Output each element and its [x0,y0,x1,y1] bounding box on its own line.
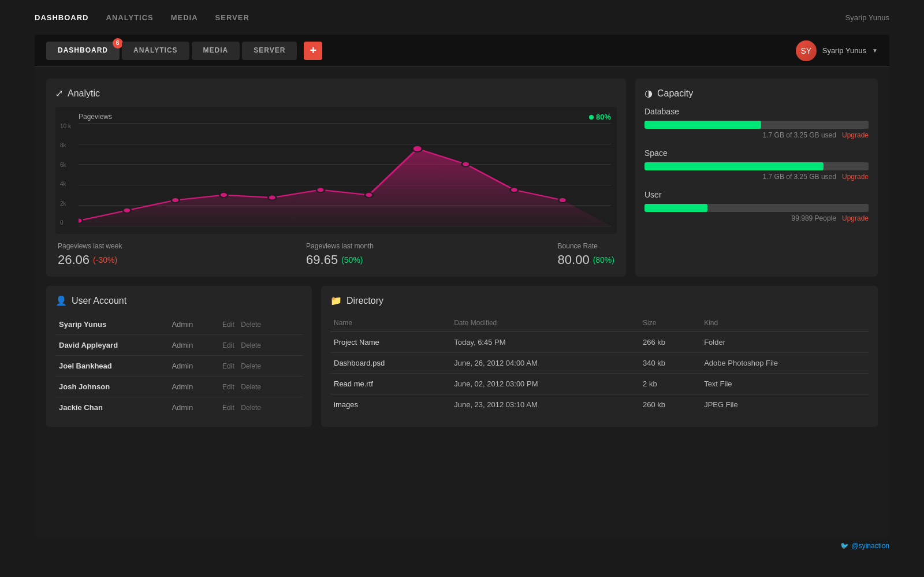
user-panel-title: 👤 User Account [55,295,303,306]
delete-button[interactable]: Delete [239,362,263,370]
inner-nav-user: SY Syarip Yunus ▼ [796,40,878,61]
dir-date: Today, 6:45 PM [450,332,639,353]
chart-badge-dot [589,115,594,120]
edit-button[interactable]: Edit [220,383,237,391]
dir-size: 260 kb [639,394,701,415]
user-meta: 99.989 People Upgrade [644,214,869,222]
chart-area-fill [79,149,611,226]
folder-icon: 📁 [330,295,342,306]
dir-date: June, 26, 2012 04:00 AM [450,353,639,374]
chart-badge-value: 80% [596,113,611,121]
delete-button[interactable]: Delete [239,321,263,329]
footer: 🐦 @syinaction [0,537,924,554]
line-chart [79,123,611,226]
twitter-handle[interactable]: 🐦 @syinaction [840,542,889,550]
top-nav-links: DASHBOARD ANALYTICS MEDIA SERVER [35,13,845,22]
stat-pageviews-week: Pageviews last week 26.06 (-30%) [58,242,122,267]
edit-button[interactable]: Edit [220,321,237,329]
stat-month-number: 69.65 [306,252,338,267]
stat-pageviews-month: Pageviews last month 69.65 (50%) [306,242,374,267]
capacity-title: ◑ Capacity [644,88,869,99]
space-usage: 1.7 GB of 3.25 GB used [763,173,836,181]
chart-svg [79,123,611,226]
chart-point-8 [462,162,470,167]
dir-date: June, 23, 2012 03:10 AM [450,394,639,415]
user-progress-bg [644,204,869,212]
stat-bounce: Bounce Rate 80.00 (80%) [558,242,614,267]
user-table-row: David Appleyard Admin Edit Delete [55,335,303,356]
dir-name: Project Name [330,332,450,353]
user-account-panel: 👤 User Account Syarip Yunus Admin Edit D… [46,286,312,427]
top-nav-server[interactable]: SERVER [215,13,249,22]
delete-button[interactable]: Delete [239,383,263,391]
database-progress-bg [644,121,869,129]
edit-button[interactable]: Edit [220,341,237,349]
chart-point-9 [510,187,518,192]
content-area: ⤢ Analytic Pageviews 80% 10 k 8k 6k 4k 2… [35,67,889,438]
directory-table: NameDate ModifiedSizeKind Project Name T… [330,314,869,415]
dir-header-row: NameDate ModifiedSizeKind [330,314,869,332]
dir-kind: JPEG File [701,394,869,415]
app-container: DASHBOARD 6 ANALYTICS MEDIA SERVER + SY … [35,35,889,537]
top-nav-media[interactable]: MEDIA [171,13,198,22]
chart-point-1 [123,208,131,213]
capacity-space: Space 1.7 GB of 3.25 GB used Upgrade [644,148,869,181]
y-label-10k: 10 k [60,123,71,129]
top-nav-analytics[interactable]: ANALYTICS [106,13,154,22]
analytic-title-text: Analytic [68,88,100,99]
edit-button[interactable]: Edit [220,404,237,412]
y-label-8k: 8k [60,142,71,148]
chart-point-6 [365,192,373,198]
space-upgrade[interactable]: Upgrade [842,173,869,181]
delete-button[interactable]: Delete [239,341,263,349]
top-nav-dashboard[interactable]: DASHBOARD [35,13,89,22]
avatar-initials: SY [800,46,811,55]
space-title: Space [644,148,869,158]
inner-nav-tabs: DASHBOARD 6 ANALYTICS MEDIA SERVER + [46,42,322,60]
stat-week-value: 26.06 (-30%) [58,252,122,267]
y-label-0: 0 [60,219,71,226]
add-tab-button[interactable]: + [304,42,322,60]
user-dropdown-icon[interactable]: ▼ [872,47,878,54]
user-table-row: Jackie Chan Admin Edit Delete [55,397,303,418]
directory-title-text: Directory [346,296,383,306]
directory-title: 📁 Directory [330,295,869,306]
user-upgrade[interactable]: Upgrade [842,214,869,222]
user-role: Admin [168,335,217,356]
tab-analytics[interactable]: ANALYTICS [122,42,189,60]
user-table: Syarip Yunus Admin Edit Delete David App… [55,314,303,418]
capacity-title-text: Capacity [657,88,693,99]
chart-point-0 [79,218,83,224]
user-name: David Appleyard [55,335,168,356]
user-panel-title-text: User Account [72,296,126,306]
user-table-row: Syarip Yunus Admin Edit Delete [55,314,303,335]
delete-button[interactable]: Delete [239,404,263,412]
tab-dashboard[interactable]: DASHBOARD 6 [46,42,120,60]
user-role: Admin [168,377,217,397]
analytic-title: ⤢ Analytic [55,88,617,99]
database-usage: 1.7 GB of 3.25 GB used [763,131,836,139]
user-capacity-title: User [644,190,869,199]
stat-month-label: Pageviews last month [306,242,374,250]
tab-server[interactable]: SERVER [242,42,297,60]
bottom-row: 👤 User Account Syarip Yunus Admin Edit D… [46,286,878,427]
database-upgrade[interactable]: Upgrade [842,131,869,139]
chart-point-3 [219,192,228,198]
chart-label: Pageviews [79,113,611,121]
database-meta: 1.7 GB of 3.25 GB used Upgrade [644,131,869,139]
chart-point-5 [316,187,325,192]
dir-kind: Folder [701,332,869,353]
space-meta: 1.7 GB of 3.25 GB used Upgrade [644,173,869,181]
chart-point-4 [268,195,276,200]
y-label-4k: 4k [60,181,71,187]
stat-week-number: 26.06 [58,252,90,267]
chart-badge: 80% [589,113,611,121]
stat-bounce-change: (80%) [593,255,614,265]
analytic-panel: ⤢ Analytic Pageviews 80% 10 k 8k 6k 4k 2… [46,79,626,277]
user-progress-fill [644,204,707,212]
edit-button[interactable]: Edit [220,362,237,370]
database-title: Database [644,107,869,116]
twitter-text: @syinaction [851,542,889,550]
tab-media[interactable]: MEDIA [192,42,240,60]
stat-month-change: (50%) [341,255,363,265]
